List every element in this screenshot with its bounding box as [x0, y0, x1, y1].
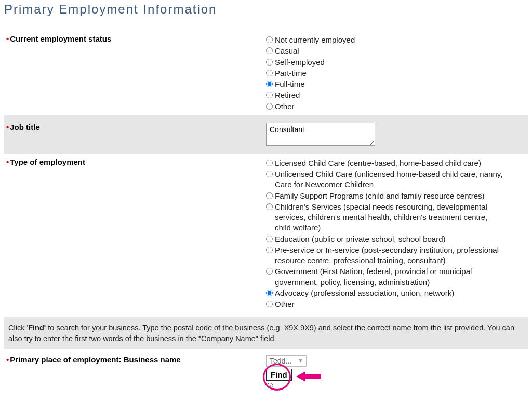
- employment-status-radio-label: Full-time: [275, 79, 305, 89]
- employment-status-radio-label: Casual: [275, 46, 299, 56]
- type-of-employment-radio[interactable]: [266, 192, 273, 199]
- employment-status-option: Retired: [266, 90, 526, 100]
- employment-status-option: Not currently employed: [266, 35, 526, 45]
- employment-status-radio[interactable]: [266, 92, 273, 98]
- employment-status-radio-label: Other: [275, 101, 295, 112]
- row-business-name: • Primary place of employment: Business …: [4, 352, 528, 394]
- chevron-down-icon[interactable]: ▼: [295, 355, 307, 367]
- type-of-employment-radio[interactable]: [266, 268, 273, 275]
- employment-status-radio[interactable]: [266, 47, 273, 54]
- employment-status-option: Full-time: [266, 79, 526, 89]
- type-of-employment-option: Unlicensed Child Care (unlicensed home-b…: [266, 169, 526, 190]
- instruction-bold: Find': [28, 323, 46, 332]
- type-of-employment-radio-label: Family Support Programs (child and famil…: [275, 191, 484, 201]
- type-of-employment-radio-label: Pre-service or In-service (post-secondar…: [275, 245, 503, 266]
- employment-status-option: Casual: [266, 46, 526, 56]
- label-type-of-employment: Type of employment: [10, 158, 85, 166]
- type-of-employment-radio[interactable]: [266, 247, 273, 253]
- section-title: Primary Employment Information: [4, 2, 528, 17]
- employment-status-radio-label: Not currently employed: [275, 35, 355, 45]
- type-of-employment-option: Government (First Nation, federal, provi…: [266, 266, 526, 288]
- instruction-text: Click 'Find' to search for your business…: [4, 317, 528, 349]
- type-of-employment-radio-label: Unlicensed Child Care (unlicensed home-b…: [275, 169, 503, 190]
- type-of-employment-radio-label: Government (First Nation, federal, provi…: [275, 266, 503, 288]
- type-of-employment-radio-label: Advocacy (professional association, unio…: [275, 288, 454, 299]
- type-of-employment-radio[interactable]: [266, 290, 273, 296]
- employment-status-radio[interactable]: [266, 59, 273, 66]
- type-of-employment-radio[interactable]: [266, 301, 273, 307]
- required-indicator: •: [6, 158, 9, 166]
- required-indicator: •: [6, 34, 9, 43]
- business-name-select[interactable]: Tedd...: [266, 355, 295, 367]
- row-job-title: • Job title: [4, 115, 528, 154]
- employment-status-radio[interactable]: [266, 70, 273, 76]
- row-type-of-employment: • Type of employment Licensed Child Care…: [4, 154, 528, 314]
- label-job-title: Job title: [10, 123, 40, 132]
- type-of-employment-radio-label: Children's Services (special needs resou…: [275, 202, 503, 234]
- employment-status-radio-label: Part-time: [275, 68, 307, 79]
- type-of-employment-radio[interactable]: [266, 236, 273, 242]
- type-of-employment-option: Education (public or private school, sch…: [266, 234, 526, 244]
- type-of-employment-option: Family Support Programs (child and famil…: [266, 191, 526, 201]
- type-of-employment-radio[interactable]: [266, 171, 273, 177]
- employment-status-radio[interactable]: [266, 81, 273, 87]
- type-of-employment-option: Advocacy (professional association, unio…: [266, 288, 526, 299]
- type-of-employment-radio-label: Education (public or private school, sch…: [275, 234, 446, 244]
- label-employment-status: Current employment status: [10, 34, 111, 43]
- find-button[interactable]: Find: [266, 369, 292, 381]
- svg-marker-0: [296, 371, 321, 382]
- instruction-prefix: Click ': [8, 323, 28, 332]
- type-of-employment-option: Licensed Child Care (centre-based, home-…: [266, 158, 526, 168]
- employment-status-radio-label: Retired: [275, 90, 300, 100]
- employment-status-option: Part-time: [266, 68, 526, 79]
- employment-status-option: Other: [266, 101, 526, 112]
- job-title-input[interactable]: [266, 123, 375, 146]
- employment-status-radio[interactable]: [266, 36, 273, 43]
- type-of-employment-option: Pre-service or In-service (post-secondar…: [266, 245, 526, 266]
- type-of-employment-option: Children's Services (special needs resou…: [266, 202, 526, 234]
- type-of-employment-option: Other: [266, 299, 526, 309]
- employment-status-option: Self-employed: [266, 57, 526, 68]
- type-of-employment-radio-label: Licensed Child Care (centre-based, home-…: [275, 158, 481, 168]
- type-of-employment-radio-label: Other: [275, 299, 295, 309]
- row-employment-status: • Current employment status Not currentl…: [4, 31, 528, 115]
- label-business-name: Primary place of employment: Business na…: [10, 355, 180, 364]
- required-indicator: •: [6, 123, 9, 132]
- type-of-employment-radio[interactable]: [266, 160, 273, 166]
- employment-status-radio-label: Self-employed: [275, 57, 325, 68]
- type-of-employment-radio[interactable]: [266, 203, 273, 210]
- info-icon: ⓘ: [267, 382, 526, 391]
- required-indicator: •: [6, 355, 9, 364]
- employment-status-radio[interactable]: [266, 103, 273, 110]
- instruction-rest: to search for your business. Type the po…: [8, 323, 514, 342]
